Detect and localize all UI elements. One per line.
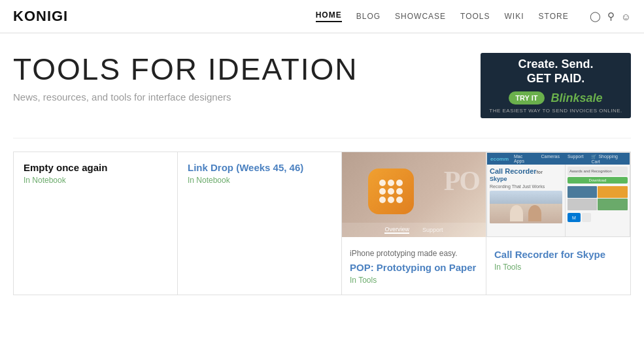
skype-other-logo: [582, 213, 591, 222]
card-empty-category: In Notebook: [24, 176, 167, 185]
main-nav: HOME BLOG SHOWCASE TOOLS WIKI STORE ◯ ⚲ …: [316, 10, 631, 22]
section-divider: [13, 138, 631, 138]
ad-bottom-row: TRY IT Blinksale: [509, 91, 602, 105]
skype-card-link[interactable]: Call Recorder for Skype: [494, 249, 605, 260]
skype-thumb-2: [598, 186, 628, 198]
skype-left-panel: Call Recorderfor Skype Recording That Ju…: [487, 165, 566, 236]
skype-content-area: Call Recorderfor Skype Recording That Ju…: [487, 165, 630, 236]
skype-top-nav: Mac Apps Cameras Support 🛒 Shopping Cart: [514, 154, 626, 164]
ad-footer: THE EASIEST WAY TO SEND INVOICES ONLINE.: [489, 108, 622, 114]
cart-icon[interactable]: ☺: [621, 11, 631, 22]
card-linkdrop-link[interactable]: Link Drop (Weeks 45, 46): [188, 162, 303, 173]
pop-card-body: iPhone prototyping made easy. POP: Proto…: [342, 244, 486, 290]
pop-dots-grid: [379, 180, 403, 203]
nav-blog[interactable]: BLOG: [356, 12, 381, 21]
pop-card-link[interactable]: POP: Prototyping on Paper: [350, 262, 476, 273]
nav-showcase[interactable]: SHOWCASE: [395, 12, 446, 21]
skype-thumbnail-grid: [568, 186, 628, 210]
ad-try-button[interactable]: TRY IT: [509, 91, 544, 104]
skype-card-category: In Tools: [494, 263, 622, 272]
card-skype: ecomm Mac Apps Cameras Support 🛒 Shoppin…: [486, 152, 631, 295]
card-linkdrop-category: In Notebook: [188, 176, 331, 185]
skype-right-panel: Awards and Recognition Download M: [566, 165, 630, 236]
nav-wiki[interactable]: WIKI: [505, 12, 524, 21]
skype-nav-cameras: Cameras: [541, 154, 560, 164]
skype-ms-logo: M: [568, 213, 581, 222]
skype-recording-tagline: Recording That Just Works: [490, 184, 562, 189]
skype-nav-cart: 🛒 Shopping Cart: [591, 154, 626, 164]
page-title: TOOLS FOR IDEATION: [13, 53, 358, 86]
ad-brand: Blinksale: [551, 91, 603, 105]
ad-top-text: Create. Send. GET PAID.: [518, 57, 593, 86]
skype-top-bar: ecomm Mac Apps Cameras Support 🛒 Shoppin…: [487, 153, 630, 165]
pop-app-icon: [368, 168, 414, 214]
header: KONIGI HOME BLOG SHOWCASE TOOLS WIKI STO…: [0, 0, 644, 33]
card-empty: Empty once again In Notebook: [13, 152, 178, 295]
hero-section: TOOLS FOR IDEATION News, resources, and …: [0, 33, 644, 131]
skype-card-title[interactable]: Call Recorder for Skype: [494, 249, 622, 260]
pop-card-image: PO Overview Support: [342, 152, 486, 237]
nav-home[interactable]: HOME: [316, 10, 342, 22]
skype-logo-row: M: [568, 213, 628, 222]
pop-card-subtitle: iPhone prototyping made easy.: [350, 249, 478, 258]
nav-tools[interactable]: TOOLS: [460, 12, 490, 21]
skype-person-photo: [490, 191, 562, 223]
card-linkdrop-title[interactable]: Link Drop (Weeks 45, 46): [188, 162, 331, 173]
skype-card-body: Call Recorder for Skype In Tools: [486, 244, 630, 277]
skype-download-btn[interactable]: Download: [568, 177, 628, 184]
pop-tab-overview[interactable]: Overview: [384, 226, 409, 234]
nav-store[interactable]: STORE: [539, 12, 569, 21]
skype-brand-tag: ecomm: [490, 156, 509, 162]
skype-nav-support: Support: [568, 154, 584, 164]
skype-awards-text: Awards and Recognition: [569, 169, 612, 173]
page-subtitle: News, resources, and tools for interface…: [13, 91, 358, 103]
article-cards: Empty once again In Notebook Link Drop (…: [0, 145, 644, 308]
pop-tab-bar: Overview Support: [342, 223, 486, 237]
skype-awards-block: Awards and Recognition: [568, 167, 628, 176]
skype-nav-mac: Mac Apps: [514, 154, 534, 164]
pop-background-text: PO: [444, 165, 479, 197]
search-icon[interactable]: ⚲: [607, 10, 615, 22]
card-pop: PO Overview Support iPhone prototyping m…: [342, 152, 486, 295]
skype-thumb-3: [568, 199, 598, 210]
skype-thumb-4: [598, 199, 628, 210]
pop-tab-support[interactable]: Support: [422, 227, 443, 233]
skype-big-title: Call Recorderfor Skype: [490, 167, 562, 183]
user-icon[interactable]: ◯: [590, 10, 601, 22]
card-linkdrop: Link Drop (Weeks 45, 46) In Notebook: [178, 152, 342, 295]
pop-card-title[interactable]: POP: Prototyping on Paper: [350, 262, 478, 273]
logo[interactable]: KONIGI: [13, 8, 68, 25]
pop-card-category: In Tools: [350, 276, 478, 285]
hero-text: TOOLS FOR IDEATION News, resources, and …: [13, 53, 358, 103]
skype-thumb-1: [568, 186, 598, 198]
skype-person-silhouette-bg: [490, 191, 562, 223]
skype-card-image: ecomm Mac Apps Cameras Support 🛒 Shoppin…: [486, 152, 630, 237]
hero-ad-banner[interactable]: Create. Send. GET PAID. TRY IT Blinksale…: [481, 53, 631, 118]
card-empty-title: Empty once again: [24, 162, 167, 173]
